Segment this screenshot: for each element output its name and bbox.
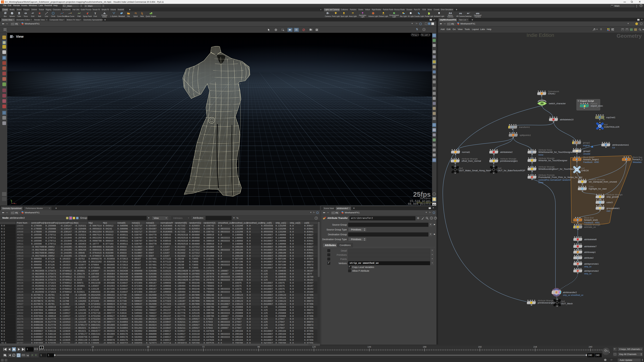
svg-text:WriteAttr_for_TouchDesigner: WriteAttr_for_TouchDesigner: [538, 159, 568, 162]
svg-text:offset_from_normal: offset_from_normal: [462, 160, 481, 162]
svg-text:unused: unused: [583, 153, 590, 155]
svg-text:PromoteAttr_From_Prim_to_Verte: PromoteAttr_From_Prim_to_Vertex_for_glsl: [538, 176, 582, 178]
svg-text:Indie Edition: Indie Edition: [526, 33, 554, 38]
svg-text:Geometry: Geometry: [617, 33, 642, 39]
svg-text:24: 24: [92, 346, 94, 348]
svg-text:T: T: [94, 12, 96, 15]
svg-text:group2: group2: [583, 150, 590, 152]
svg-text:Null: Null: [604, 123, 608, 126]
svg-text:OUT_Make_Small_Along_Normal: OUT_Make_Small_Along_Normal: [459, 169, 493, 172]
svg-text:y: y: [10, 199, 12, 201]
svg-text:foreach_begin1: foreach_begin1: [583, 158, 599, 161]
svg-text:splitpoints1: splitpoints1: [520, 134, 531, 136]
svg-text:normal1: normal1: [462, 151, 470, 153]
svg-text:attribute2: attribute2: [584, 257, 594, 259]
svg-text:export_exec: export_exec: [591, 105, 603, 107]
svg-text:Null: Null: [561, 300, 565, 303]
svg-text:groupdelete1: groupdelete1: [606, 207, 620, 210]
svg-text:attribswap1: attribswap1: [584, 251, 596, 253]
svg-text:Feedback : 4091: Feedback : 4091: [584, 222, 600, 224]
svg-text:OUT_for_BakeTextureROP: OUT_for_BakeTextureROP: [498, 169, 525, 172]
svg-text:transform1: transform1: [519, 126, 530, 128]
svg-text:Cd: Cd: [612, 146, 615, 149]
svg-text:CHECK: CHECK: [581, 169, 589, 172]
svg-text:240: 240: [589, 346, 592, 348]
svg-text:cop2net1: cop2net1: [606, 116, 616, 119]
svg-text:120: 120: [312, 346, 316, 348]
svg-text:CONTROLLER: CONTROLLER: [604, 126, 620, 128]
svg-text:strip_uv: strip_uv: [584, 273, 592, 275]
svg-text:attribrandomize1: attribrandomize1: [612, 144, 629, 146]
svg-text:animate_uv: animate_uv: [584, 226, 596, 228]
svg-text:attribpromote2: attribpromote2: [584, 270, 599, 272]
svg-text:original: original: [583, 144, 590, 147]
svg-text:x: x: [16, 203, 16, 204]
svg-text:WriteNoiseAttr_for_TouchDesign: WriteNoiseAttr_for_TouchDesigner: [538, 151, 573, 153]
svg-text:72: 72: [202, 346, 204, 348]
svg-text:216: 216: [533, 346, 537, 348]
svg-text:Export Script: Export Script: [580, 100, 594, 102]
svg-text:WriteBoundingBoxY_for_TouchDes: WriteBoundingBoxY_for_TouchDesigner: [538, 168, 579, 170]
svg-text:switch_character: switch_character: [549, 102, 566, 105]
svg-text:strip_growth: strip_growth: [606, 196, 619, 198]
svg-text:attribtransfer2: attribtransfer2: [563, 291, 577, 294]
svg-text:attribdelete6: attribdelete6: [584, 238, 596, 241]
svg-text:Null: Null: [459, 167, 463, 169]
svg-text:start: start: [606, 210, 611, 212]
svg-text:primitivewrangle2: primitivewrangle2: [538, 302, 555, 304]
svg-text:group1: group1: [583, 141, 590, 144]
svg-text:OUT_Mesh: OUT_Mesh: [561, 302, 573, 305]
svg-text:color3: color3: [606, 201, 613, 204]
svg-text:Null: Null: [581, 167, 585, 169]
svg-text:centroidPos normalizedY random: centroidPos normalizedY randomV: [538, 179, 571, 181]
svg-text:noise: noise: [538, 154, 544, 156]
svg-text:attribdelete7: attribdelete7: [584, 245, 596, 248]
svg-text:attribdelete2: attribdelete2: [500, 151, 512, 153]
svg-text:set_startquad_from_unused: set_startquad_from_unused: [589, 180, 617, 183]
svg-text:strip_uv: strip_uv: [584, 266, 592, 268]
svg-text:48: 48: [147, 346, 149, 348]
svg-text:144: 144: [368, 346, 371, 348]
svg-text:strip_uv smoothed_uv: strip_uv smoothed_uv: [563, 294, 584, 296]
svg-text:96: 96: [258, 346, 260, 348]
svg-text:highlight_for_start: highlight_for_start: [589, 188, 607, 190]
svg-text:noise: noise: [538, 181, 544, 184]
svg-text:primitivewrangle1: primitivewrangle1: [500, 160, 518, 162]
svg-text:foreach_end1: foreach_end1: [584, 219, 598, 221]
svg-text:ChunLi: ChunLi: [548, 92, 555, 95]
svg-text:168: 168: [423, 346, 426, 348]
svg-text:Null: Null: [498, 167, 502, 169]
svg-text:♻: ♻: [603, 118, 605, 120]
svg-text:attribpromote1: attribpromote1: [584, 263, 599, 265]
svg-text:192: 192: [478, 346, 482, 348]
svg-text:attribdelete10: attribdelete10: [560, 118, 574, 121]
svg-text:Feedback : 4090: Feedback : 4090: [583, 161, 599, 163]
